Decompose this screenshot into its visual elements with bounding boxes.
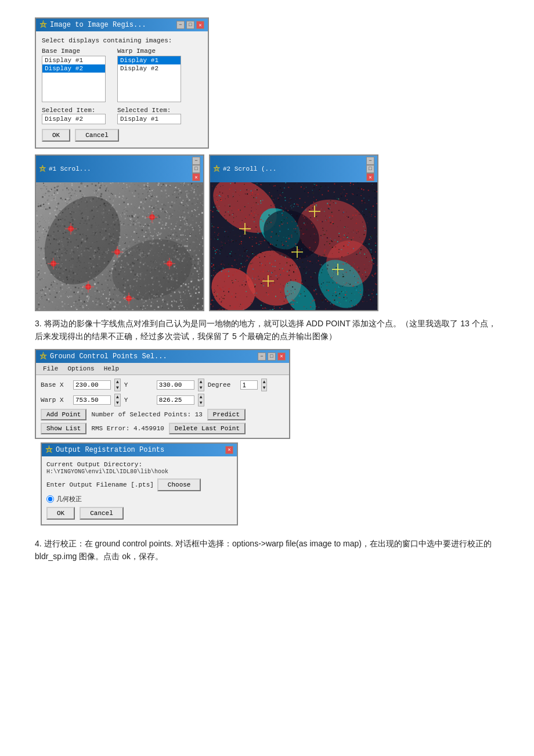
base-x-spinner[interactable]: ▲ ▼ [114,379,121,391]
warp-display2[interactable]: Display #2 [118,64,181,73]
number-of-points: Number of Selected Points: 13 [89,410,204,419]
spinner-up-icon: ▲ [115,379,120,385]
warp-image-listbox[interactable]: Display #1 Display #2 [117,56,181,102]
warp-selected-label: Selected Item: [117,107,181,114]
scroll-windows-container: ⛤ #1 Scrol... − □ ✕ ⛤ #2 Scroll (... [35,154,499,311]
paragraph-3: 3. 将两边的影像十字线焦点对准到自己认为是同一地物的地方，就可以选择 ADD … [35,317,499,343]
gcp-actions-row2: Show List RMS Error: 4.459910 Delete Las… [41,423,284,434]
scroll-win1-titlebar: ⛤ #1 Scrol... − □ ✕ [36,156,203,182]
base-x-input[interactable] [73,380,111,390]
degree-label: Degree [208,381,237,388]
orp-radio-label[interactable]: 几何校正 [46,495,232,503]
orp-icon: ⛤ [45,445,53,455]
warp-x-label: Warp X [41,397,70,404]
warp-y-spinner[interactable]: ▲ ▼ [198,394,204,406]
degree-input[interactable] [240,380,258,390]
win2-close[interactable]: ✕ [366,173,374,181]
base-x-label: Base X [41,381,70,388]
orp-close[interactable]: ✕ [225,446,233,454]
gcp-menubar: File Options Help [36,363,289,375]
gcp-dialog: ⛤ Ground Control Points Sel... − □ ✕ Fil… [35,349,290,439]
base-y-spinner[interactable]: ▲ ▼ [198,379,204,391]
orp-cancel-button[interactable]: Cancel [80,507,124,520]
scroll-win2-titlebar: ⛤ #2 Scroll (... − □ ✕ [210,156,377,182]
orp-filename-row: Enter Output Filename [.pts] Choose [46,478,232,491]
orp-radio-input[interactable] [46,495,54,503]
orp-radio-row: 几何校正 [46,495,232,503]
minimize-button[interactable]: − [176,21,185,29]
win2-restore[interactable]: □ [366,165,374,173]
base-display2[interactable]: Display #2 [42,64,105,73]
orp-titlebar: ⛤ Output Registration Points ✕ [42,444,237,456]
cancel-button[interactable]: Cancel [75,129,119,142]
warp-x-spinner[interactable]: ▲ ▼ [114,394,121,406]
scroll-window-2: ⛤ #2 Scroll (... − □ ✕ [209,154,378,311]
win1-minimize[interactable]: − [192,157,200,165]
scroll-win2-title: #2 Scroll (... [223,165,276,172]
choose-button[interactable]: Choose [157,478,201,491]
base-y-spinner-up: ▲ [199,379,204,385]
degree-spinner[interactable]: ▲ ▼ [261,379,268,391]
show-list-button[interactable]: Show List [41,423,86,434]
menu-options[interactable]: Options [63,364,99,373]
base-y-spinner-down: ▼ [199,385,204,391]
gcp-title: Ground Control Points Sel... [50,352,167,361]
image-to-image-dialog: ⛤ Image to Image Regis... − □ ✕ Select d… [35,17,209,149]
gcp-restore[interactable]: □ [268,352,276,361]
warp-display1[interactable]: Display #1 [118,56,181,64]
degree-spinner-down: ▼ [262,385,267,391]
terrain-canvas-1 [36,182,203,310]
spinner-down-icon: ▼ [115,385,120,391]
orp-dir-row: Current Output Directory: H:\YINGYONG\en… [46,461,232,475]
terrain-gray-image [36,182,203,310]
win2-icon: ⛤ [213,165,221,174]
terrain-canvas-2 [210,182,377,310]
warp-y-input[interactable] [157,395,194,405]
add-point-button[interactable]: Add Point [41,409,86,420]
warp-x-spinner-up: ▲ [115,394,120,400]
orp-dir-path: H:\YINGYONG\envi\IDL\IDL80\lib\hook [46,469,168,475]
delete-last-button[interactable]: Delete Last Point [169,423,246,434]
warp-image-group: Warp Image Display #1 Display #2 [117,48,181,102]
base-y-label: Y [124,381,153,388]
restore-button[interactable]: □ [186,21,194,29]
orp-title: Output Registration Points [56,446,164,454]
win2-minimize[interactable]: − [366,157,374,165]
dialog-icon: ⛤ [39,20,48,30]
base-image-group: Base Image Display #1 Display #2 [42,48,106,102]
orp-filename-label: Enter Output Filename [.pts] [46,481,154,488]
orp-dialog: ⛤ Output Registration Points ✕ Current O… [41,442,238,525]
gcp-close[interactable]: ✕ [277,352,286,361]
base-image-listbox[interactable]: Display #1 Display #2 [42,56,106,102]
base-selected-label: Selected Item: [42,107,106,114]
warp-y-spinner-down: ▼ [199,400,204,406]
rms-error: RMS Error: 4.459910 [89,424,166,433]
paragraph-4: 4. 进行校正：在 ground control points. 对话框中选择：… [35,537,499,563]
menu-help[interactable]: Help [99,364,124,373]
base-y-input[interactable] [157,380,194,390]
terrain-color-image [210,182,377,310]
gcp-titlebar: ⛤ Ground Control Points Sel... − □ ✕ [36,350,289,363]
dialog-title: Image to Image Regis... [50,21,146,29]
scroll-window-1: ⛤ #1 Scrol... − □ ✕ [35,154,204,311]
win1-restore[interactable]: □ [192,165,200,173]
warp-x-input[interactable] [73,395,111,405]
warp-y-spinner-up: ▲ [199,394,204,400]
base-display1[interactable]: Display #1 [42,56,105,64]
scroll-win1-title: #1 Scrol... [49,165,91,172]
orp-dir-label: Current Output Directory: [46,461,142,468]
warp-selected-value: Display #1 [117,114,181,124]
dialog-titlebar: ⛤ Image to Image Regis... − □ ✕ [36,19,208,31]
close-button[interactable]: ✕ [196,21,204,29]
menu-file[interactable]: File [38,364,63,373]
ok-button[interactable]: OK [42,129,70,142]
orp-ok-button[interactable]: OK [46,507,75,520]
gcp-minimize[interactable]: − [258,352,266,361]
dialog-instruction: Select displays containing images: [42,37,202,44]
warp-selected-group: Selected Item: Display #1 [117,107,181,124]
predict-button[interactable]: Predict [207,409,246,420]
warp-image-label: Warp Image [117,48,181,55]
orp-radio-text: 几何校正 [56,495,82,503]
win1-close[interactable]: ✕ [192,173,200,181]
base-image-label: Base Image [42,48,106,55]
